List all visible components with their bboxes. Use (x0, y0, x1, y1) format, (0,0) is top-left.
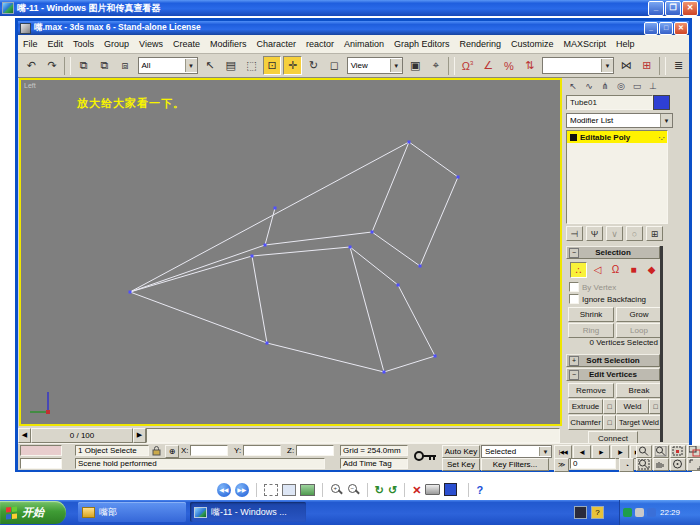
panel-scrollbar[interactable] (660, 246, 663, 442)
display-tab[interactable]: ▭ (630, 79, 644, 92)
edge-subobject-icon[interactable]: ◁ (590, 262, 605, 276)
tray-icon-1[interactable] (623, 508, 632, 517)
select-by-name-icon[interactable]: ▤ (221, 56, 240, 75)
menu-character[interactable]: Character (251, 38, 301, 50)
unlink-selection-icon[interactable]: ⧉ (95, 56, 114, 75)
close-button[interactable]: ✕ (682, 1, 698, 16)
spinner-snap-icon[interactable]: ⇅ (520, 56, 539, 75)
window-crossing-icon[interactable]: ⊡ (263, 56, 282, 75)
by-vertex-checkbox[interactable] (569, 282, 579, 292)
key-mode-toggle[interactable]: ≫ (554, 458, 569, 472)
select-object-icon[interactable]: ↖ (201, 56, 220, 75)
modifier-list-dropdown[interactable]: Modifier List ▼ (566, 113, 673, 128)
menu-edit[interactable]: Edit (43, 38, 69, 50)
next-image-button[interactable]: ▶▶ (235, 483, 249, 497)
z-coordinate-field[interactable] (296, 445, 334, 456)
ignore-backfacing-checkbox[interactable] (569, 294, 579, 304)
named-selection-sets-dropdown[interactable]: ▼ (542, 57, 614, 74)
actual-size-button[interactable] (282, 484, 296, 496)
weld-button[interactable]: Weld (616, 399, 649, 414)
select-and-link-icon[interactable]: ⧉ (74, 56, 93, 75)
extrude-button[interactable]: Extrude (568, 399, 603, 414)
polygon-subobject-icon[interactable]: ■ (626, 262, 641, 276)
remove-button[interactable]: Remove (568, 383, 614, 398)
x-coordinate-field[interactable] (190, 445, 228, 456)
loop-button[interactable]: Loop (616, 323, 662, 338)
create-tab[interactable]: ↖ (566, 79, 580, 92)
modify-tab[interactable]: ∿ (582, 79, 596, 92)
target-weld-button[interactable]: Target Weld (616, 415, 662, 430)
rotate-counterclockwise-button[interactable]: ↺ (388, 483, 397, 497)
best-fit-button[interactable] (264, 484, 278, 496)
bind-to-space-warp-icon[interactable]: ⧈ (116, 56, 135, 75)
add-time-tag[interactable]: Add Time Tag (340, 458, 408, 469)
remove-modifier-icon[interactable]: ○ (626, 226, 643, 241)
help-button[interactable]: ? (476, 483, 483, 497)
time-slider-handle[interactable]: 0 / 100 (31, 428, 133, 443)
task-button[interactable]: 嘴部 (78, 502, 186, 522)
maximize-button[interactable]: □ (659, 22, 673, 35)
align-icon[interactable]: ⊞ (638, 56, 657, 75)
select-and-move-icon[interactable]: ✛ (283, 56, 302, 75)
element-subobject-icon[interactable]: ◆ (644, 262, 659, 276)
menu-tools[interactable]: Tools (68, 38, 99, 50)
select-and-rotate-icon[interactable]: ↻ (304, 56, 323, 75)
print-button[interactable] (425, 484, 440, 495)
minimize-button[interactable]: _ (644, 22, 658, 35)
grow-button[interactable]: Grow (616, 307, 662, 322)
motion-tab[interactable]: ◎ (614, 79, 628, 92)
previous-image-button[interactable]: ◀◀ (217, 483, 231, 497)
by-vertex-checkbox-row[interactable]: By Vertex (569, 282, 616, 292)
undo-icon[interactable]: ↶ (22, 56, 41, 75)
close-button[interactable]: ✕ (674, 22, 688, 35)
y-coordinate-field[interactable] (243, 445, 281, 456)
menu-group[interactable]: Group (99, 38, 134, 50)
rotate-clockwise-button[interactable]: ↻ (375, 483, 384, 497)
start-button[interactable]: 开始 (0, 501, 66, 524)
mirror-icon[interactable]: ⋈ (617, 56, 636, 75)
vertex-subobject-icon[interactable]: ∴ (570, 262, 587, 278)
maxscript-mini-listener-pink[interactable] (20, 445, 62, 456)
set-key-button[interactable]: Set Key (442, 458, 480, 471)
border-subobject-icon[interactable]: Ω (608, 262, 623, 276)
percent-snap-icon[interactable]: % (500, 56, 519, 75)
pan-icon[interactable] (653, 458, 669, 471)
object-name-field[interactable]: Tube01 (566, 95, 653, 110)
absolute-offset-toggle[interactable]: ⊕ (165, 445, 179, 458)
use-pivot-center-icon[interactable]: ▣ (406, 56, 425, 75)
pin-stack-icon[interactable]: ⊣ (566, 226, 583, 241)
menu-modifiers[interactable]: Modifiers (205, 38, 252, 50)
shrink-button[interactable]: Shrink (568, 307, 614, 322)
zoom-all-icon[interactable] (653, 445, 669, 458)
make-unique-icon[interactable]: ∨ (606, 226, 623, 241)
menu-rendering[interactable]: Rendering (455, 38, 507, 50)
snap-toggle-icon[interactable]: Ω3 (458, 56, 477, 75)
menu-animation[interactable]: Animation (339, 38, 389, 50)
task-button[interactable]: 嘴-11 - Windows ... (190, 502, 306, 522)
time-slider-right-arrow[interactable]: ▶ (133, 428, 146, 443)
tray-icon-3[interactable] (647, 508, 656, 517)
menu-create[interactable]: Create (168, 38, 205, 50)
ring-button[interactable]: Ring (568, 323, 614, 338)
edit-vertices-rollout-header[interactable]: − Edit Vertices (566, 368, 660, 381)
time-slider-left-arrow[interactable]: ◀ (18, 428, 31, 443)
menu-maxscript[interactable]: MAXScript (559, 38, 612, 50)
zoom-out-button[interactable]: − (347, 483, 360, 496)
chamfer-button[interactable]: Chamfer (568, 415, 603, 430)
utilities-tab[interactable]: ⊥ (646, 79, 660, 92)
region-zoom-icon[interactable] (636, 458, 652, 471)
reference-coordinate-dropdown[interactable]: View▼ (347, 57, 403, 74)
select-and-scale-icon[interactable]: ◻ (325, 56, 344, 75)
zoom-icon[interactable] (636, 445, 652, 458)
selection-rollout-header[interactable]: − Selection (566, 246, 660, 259)
soft-selection-rollout-header[interactable]: + Soft Selection (566, 354, 660, 367)
selection-lock-icon[interactable] (152, 446, 161, 456)
extrude-settings-button[interactable]: □ (603, 399, 616, 414)
play-button[interactable]: ▶ (592, 445, 610, 459)
select-and-manipulate-icon[interactable]: ⌖ (426, 56, 445, 75)
hierarchy-tab[interactable]: ⋔ (598, 79, 612, 92)
time-configuration-button[interactable]: ◔ (619, 458, 634, 472)
selection-filter-dropdown[interactable]: All▼ (138, 57, 198, 74)
next-frame-button[interactable]: |▶ (611, 445, 629, 459)
slideshow-button[interactable] (300, 484, 315, 496)
